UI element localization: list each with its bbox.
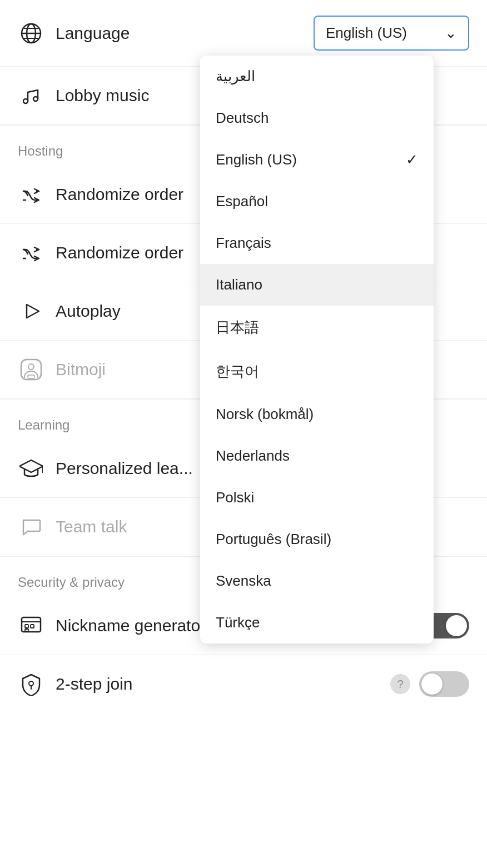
dropdown-item-espanol[interactable]: Español <box>200 181 434 222</box>
settings-list: Language English (US) ⌄ العربيةDeutschEn… <box>0 0 487 713</box>
dropdown-item-label-francais: Français <box>216 235 271 252</box>
dropdown-item-label-nederlands: Nederlands <box>216 447 290 465</box>
dropdown-item-label-arabic: العربية <box>216 68 255 85</box>
dropdown-item-label-espanol: Español <box>216 193 268 210</box>
nickname-icon <box>18 612 44 639</box>
two-step-toggle-container: ? <box>390 671 469 697</box>
svg-point-5 <box>23 99 28 103</box>
dropdown-item-english-us[interactable]: English (US)✓ <box>200 139 434 181</box>
svg-rect-16 <box>31 625 34 628</box>
svg-rect-15 <box>25 625 28 628</box>
dropdown-item-korean[interactable]: 한국어 <box>200 350 434 393</box>
bitmoji-icon <box>18 356 44 383</box>
svg-point-18 <box>29 681 33 686</box>
dropdown-item-label-korean: 한국어 <box>216 362 259 381</box>
dropdown-item-norsk[interactable]: Norsk (bokmål) <box>200 393 434 435</box>
two-step-join-label: 2-step join <box>56 675 390 694</box>
svg-rect-10 <box>28 375 34 378</box>
dropdown-item-label-japanese: 日本語 <box>216 318 259 337</box>
two-step-toggle[interactable] <box>419 671 469 697</box>
dropdown-item-nederlands[interactable]: Nederlands <box>200 435 434 477</box>
shuffle-icon-1 <box>18 181 44 208</box>
language-label: Language <box>56 24 314 43</box>
dropdown-item-portugues[interactable]: Português (Brasil) <box>200 518 434 560</box>
two-step-join-row: 2-step join ? <box>0 655 487 713</box>
svg-point-9 <box>28 364 34 370</box>
dropdown-item-svenska[interactable]: Svenska <box>200 560 434 602</box>
dropdown-item-label-italiano: Italiano <box>216 276 262 293</box>
language-icon <box>18 20 44 47</box>
checkmark-icon-english-us: ✓ <box>406 151 418 168</box>
shield-icon <box>18 671 44 697</box>
language-select-button[interactable]: English (US) ⌄ <box>314 16 469 51</box>
shuffle-icon-2 <box>18 240 44 266</box>
dropdown-item-arabic[interactable]: العربية <box>200 56 434 97</box>
dropdown-item-label-english-us: English (US) <box>216 151 297 168</box>
nickname-toggle-knob <box>446 615 467 636</box>
two-step-toggle-knob <box>421 674 443 695</box>
graduation-icon <box>18 455 44 482</box>
svg-marker-7 <box>27 305 39 318</box>
language-dropdown: العربيةDeutschEnglish (US)✓EspañolFrança… <box>200 56 434 643</box>
dropdown-item-francais[interactable]: Français <box>200 222 434 264</box>
dropdown-item-label-deutsch: Deutsch <box>216 109 269 127</box>
dropdown-item-turkce[interactable]: Türkçe <box>200 602 434 643</box>
two-step-help-icon[interactable]: ? <box>390 674 410 694</box>
chat-icon <box>18 513 44 540</box>
music-icon <box>18 82 44 109</box>
dropdown-item-label-svenska: Svenska <box>216 572 271 590</box>
dropdown-item-label-polski: Polski <box>216 489 254 506</box>
chevron-down-icon: ⌄ <box>445 24 457 42</box>
language-selected-value: English (US) <box>326 24 407 42</box>
svg-rect-17 <box>25 629 28 631</box>
svg-point-6 <box>33 97 38 101</box>
dropdown-item-polski[interactable]: Polski <box>200 477 434 518</box>
dropdown-item-label-turkce: Türkçe <box>216 614 260 631</box>
dropdown-item-deutsch[interactable]: Deutsch <box>200 97 434 139</box>
dropdown-item-japanese[interactable]: 日本語 <box>200 306 434 350</box>
dropdown-item-label-portugues: Português (Brasil) <box>216 531 331 548</box>
play-icon <box>18 298 44 325</box>
dropdown-item-label-norsk: Norsk (bokmål) <box>216 406 314 423</box>
dropdown-item-italiano[interactable]: Italiano <box>200 264 434 306</box>
svg-marker-11 <box>19 460 43 472</box>
